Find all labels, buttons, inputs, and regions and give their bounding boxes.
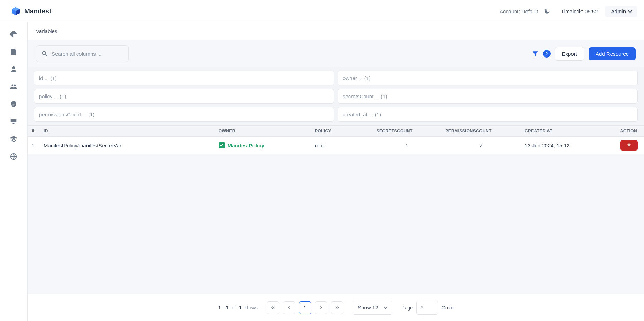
filter-icon[interactable] <box>532 50 539 57</box>
filter-id-input[interactable] <box>34 71 334 85</box>
goto-page-input[interactable] <box>416 301 438 315</box>
prev-page-button[interactable] <box>283 301 295 314</box>
chevron-down-icon <box>384 305 388 309</box>
col-created[interactable]: CREATED AT <box>521 126 606 137</box>
nav-host-icon[interactable] <box>10 118 17 125</box>
brand: Manifest <box>11 7 51 16</box>
account-label[interactable]: Account: Default <box>500 8 538 14</box>
cell-policy: root <box>311 137 372 154</box>
delete-button[interactable] <box>620 140 638 151</box>
filter-created-input[interactable] <box>338 107 638 122</box>
col-secrets[interactable]: SECRETSCOUNT <box>372 126 441 137</box>
toolbar: ? Export Add Resource <box>28 40 644 67</box>
cell-num: 1 <box>28 137 39 154</box>
filter-owner-input[interactable] <box>338 71 638 85</box>
nav-users-icon[interactable] <box>10 83 17 91</box>
filter-policy-input[interactable] <box>34 89 334 104</box>
svg-point-4 <box>42 51 46 55</box>
cell-secrets: 1 <box>372 137 441 154</box>
user-menu-button[interactable]: Admin <box>605 6 637 17</box>
search-icon <box>41 50 48 57</box>
variables-table: # ID OWNER POLICY SECRETSCOUNT PERMISSIO… <box>28 125 644 154</box>
nav-policy-icon[interactable] <box>10 100 17 108</box>
col-policy[interactable]: POLICY <box>311 126 372 137</box>
col-action[interactable]: ACTION <box>606 126 644 137</box>
help-icon[interactable]: ? <box>543 50 551 58</box>
goto-group: Page Go to <box>401 301 453 315</box>
breadcrumb-title: Variables <box>36 28 57 34</box>
cell-owner: ManifestPolicy <box>214 137 311 154</box>
main: Variables ? Export <box>27 22 644 321</box>
search-input[interactable] <box>52 51 123 57</box>
page-size-select[interactable]: Show 12 <box>353 301 392 315</box>
cell-id: ManifestPolicy/manifestSecretVar <box>39 137 214 154</box>
svg-line-5 <box>46 55 47 56</box>
col-num[interactable]: # <box>28 126 39 137</box>
trash-icon <box>627 143 631 148</box>
goto-label[interactable]: Go to <box>441 305 453 311</box>
last-page-button[interactable] <box>331 301 343 314</box>
first-page-button[interactable] <box>267 301 279 314</box>
page-label: Page <box>401 305 413 311</box>
chevron-down-icon <box>628 9 632 13</box>
nav-audit-icon[interactable] <box>10 48 17 56</box>
nav-user-icon[interactable] <box>10 66 17 73</box>
filter-permissions-input[interactable] <box>34 107 334 122</box>
col-id[interactable]: ID <box>39 126 214 137</box>
pagination-bar: 1 - 1 of 1 Rows <box>28 294 644 321</box>
rows-summary: 1 - 1 of 1 Rows <box>218 305 258 311</box>
brand-logo-icon <box>11 7 20 16</box>
nav-expand-icon[interactable] <box>10 313 17 321</box>
timelock-button[interactable]: Timelock: 05:52 <box>556 6 603 17</box>
next-page-button[interactable] <box>315 301 327 314</box>
export-button[interactable]: Export <box>555 47 584 61</box>
cell-created: 13 Jun 2024, 15:12 <box>521 137 606 154</box>
page-size-label: Show 12 <box>358 305 378 311</box>
search-box[interactable] <box>36 45 129 62</box>
breadcrumb: Variables <box>28 22 644 40</box>
nav-dashboard-icon[interactable] <box>10 31 17 38</box>
chevron-left-icon <box>287 305 291 310</box>
cell-permissions: 7 <box>441 137 521 154</box>
col-owner[interactable]: OWNER <box>214 126 311 137</box>
brand-name: Manifest <box>24 7 51 15</box>
chevrons-right-icon <box>335 305 340 310</box>
nav-layers-icon[interactable] <box>10 135 17 143</box>
nav-globe-icon[interactable] <box>10 153 17 160</box>
moon-icon <box>544 8 550 14</box>
topbar: Manifest Account: Default Timelock: 05:5… <box>0 0 644 22</box>
user-menu-label: Admin <box>611 8 626 14</box>
add-resource-button[interactable]: Add Resource <box>589 47 636 60</box>
chevron-right-icon <box>319 305 324 310</box>
nav-rail <box>0 22 27 321</box>
theme-toggle-button[interactable] <box>541 5 553 17</box>
chevrons-left-icon <box>271 305 275 310</box>
page-nav-group: 1 <box>267 301 343 314</box>
table-row[interactable]: 1 ManifestPolicy/manifestSecretVar Manif… <box>28 137 644 154</box>
cell-owner-link[interactable]: ManifestPolicy <box>228 143 264 148</box>
col-permissions[interactable]: PERMISSIONSCOUNT <box>441 126 521 137</box>
policy-badge-icon <box>219 142 225 148</box>
filter-secrets-input[interactable] <box>338 89 638 104</box>
current-page[interactable]: 1 <box>299 301 311 314</box>
filter-grid <box>28 67 644 125</box>
